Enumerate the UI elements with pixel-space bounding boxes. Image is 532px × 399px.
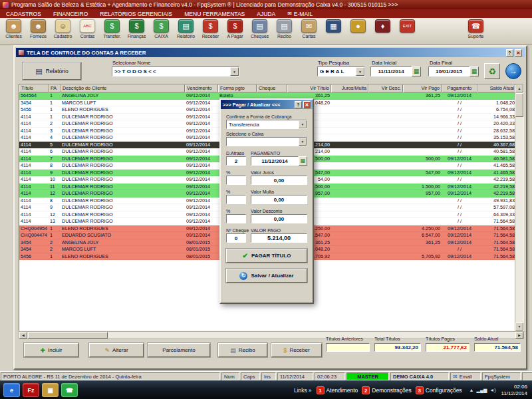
menu-item-cadastros[interactable]: CADASTROS: [0, 9, 47, 18]
data-final-field[interactable]: 10/01/2015: [428, 66, 469, 76]
desconto-percent-field[interactable]: [226, 214, 246, 223]
vertical-scrollbar[interactable]: ▲ ▼: [515, 84, 523, 331]
toolbar-button-clientes[interactable]: ☻Clientes: [3, 19, 24, 39]
toolbar-button-caixa[interactable]: $CAIXA: [151, 19, 172, 39]
valor-desconto-field[interactable]: 0,00: [251, 214, 307, 223]
toolbar-button-cheques[interactable]: ▤Cheques: [249, 19, 270, 39]
toolbar-button-cadastro[interactable]: ☺Cadastro: [53, 19, 73, 39]
tipo-pesquisa-select[interactable]: G E R A L ▼: [317, 66, 365, 76]
volume-icon[interactable]: ◄): [489, 388, 495, 392]
cell-pagamento: / /: [442, 100, 477, 106]
toolbar-button-sair[interactable]: EXIT: [397, 19, 418, 39]
toolbar-button-cartas[interactable]: ✉Cartas: [299, 19, 319, 39]
numero-cheque-field[interactable]: 0: [226, 233, 246, 243]
links-toolbar[interactable]: Links »: [294, 387, 312, 394]
column-header-pagamento[interactable]: Pagamento: [442, 84, 477, 92]
column-header-juros-multa[interactable]: Juros/Multa: [331, 84, 368, 92]
menu-item-relatorios-gerenciais[interactable]: RELATÓRIOS GERENCIAIS: [94, 9, 178, 18]
button-recibo[interactable]: ▤Recibo: [218, 343, 267, 357]
menu-item-financeiro[interactable]: FINANCEIRO: [47, 9, 94, 18]
toolbar-button-contas[interactable]: ABCContas: [77, 19, 98, 39]
relatorio-button[interactable]: ▤ Relatório: [23, 63, 81, 80]
column-header-titulo[interactable]: Título: [19, 84, 49, 92]
column-header-vencimento[interactable]: Vencimento: [185, 84, 218, 92]
search-go-button[interactable]: →: [505, 63, 521, 79]
calendar-icon[interactable]: ▦: [299, 156, 307, 166]
column-header-pa[interactable]: PA: [49, 84, 61, 92]
column-header-descricao-do-cliente[interactable]: Descrição do Cliente: [61, 84, 185, 92]
valor-juros-field[interactable]: 0,00: [251, 176, 307, 185]
chevron-down-icon[interactable]: ▼: [299, 120, 307, 128]
filezilla-app-icon[interactable]: Fz: [23, 383, 39, 397]
forma-cobranca-select[interactable]: Transferencia ▼: [226, 120, 307, 129]
app-title-bar[interactable]: Programa Salão de Beleza & Estética + Ag…: [0, 0, 532, 9]
multa-percent-field[interactable]: [226, 195, 246, 204]
toolbar-button-fornecedores[interactable]: ☻Fornece: [28, 19, 49, 39]
phone-app-icon[interactable]: ☎: [61, 383, 78, 397]
taskbar-shortcut-configuracoes[interactable]: 3Configurações: [414, 386, 464, 394]
browser-app-icon[interactable]: e: [3, 383, 20, 397]
toolbar-button-calculadora[interactable]: ▦: [323, 19, 344, 39]
window-close-button[interactable]: ✕: [515, 49, 522, 57]
button-parcelamento[interactable]: Parcelamento: [148, 343, 210, 357]
menu-item-menu-ferramentas[interactable]: MENU FERRAMENTAS: [178, 9, 251, 18]
chevron-down-icon[interactable]: ▼: [356, 67, 364, 76]
column-header-cheque[interactable]: Cheque: [257, 84, 287, 92]
selecionar-nome-select[interactable]: >> T O D O S < < ▼: [112, 66, 239, 76]
column-header-saldo-atual[interactable]: Saldo Atual: [477, 84, 516, 92]
calendar-icon[interactable]: ▦: [469, 66, 479, 76]
column-header-vlr-pago[interactable]: Vlr Pago: [403, 84, 442, 92]
column-header-vlr-titulo[interactable]: Vlr Título: [287, 84, 331, 92]
network-icon[interactable]: ▂▄▆: [477, 388, 487, 393]
selecione-caixa-select[interactable]: ▼: [226, 137, 307, 146]
toolbar-button-suporte[interactable]: ☎Suporte: [466, 19, 486, 39]
refresh-button[interactable]: ♻: [484, 63, 500, 79]
menu-item-ajuda[interactable]: AJUDA: [251, 9, 281, 18]
scroll-left-icon[interactable]: ◀: [19, 332, 27, 338]
salvar-atualizar-button[interactable]: ↻ Salvar / Atualizar: [226, 269, 307, 283]
pagamento-date-field[interactable]: 11/12/2014: [251, 156, 299, 166]
window-title-bar[interactable]: TELA DE CONTROLE DO CONTAS A RECEBER ? ✕: [16, 48, 525, 57]
toolbar-button-transferencias[interactable]: $Transfer.: [102, 19, 122, 39]
chevron-down-icon[interactable]: ▼: [299, 138, 307, 146]
dialog-help-button[interactable]: ?: [295, 101, 302, 108]
juros-percent-field[interactable]: [226, 176, 246, 185]
toolbar-button-moedas[interactable]: ●: [348, 19, 368, 39]
toolbar-button-financas[interactable]: $Finanças: [126, 19, 147, 39]
toolbar-button-receber[interactable]: $Receber: [200, 19, 221, 39]
valor-multa-field[interactable]: 0,00: [251, 195, 307, 204]
expand-tray-icon[interactable]: ▲: [469, 388, 474, 392]
vertical-scroll-thumb[interactable]: [515, 93, 523, 117]
valor-pago-field[interactable]: 5.214,00: [251, 233, 307, 243]
data-inicial-field[interactable]: 11/11/2014: [370, 66, 412, 76]
toolbar-button-cartoes[interactable]: ♦: [372, 19, 393, 39]
cell-juros-multa: [331, 211, 368, 218]
taskbar-shortcut-atendimento[interactable]: 1Atendimento: [315, 386, 360, 394]
window-help-button[interactable]: ?: [506, 49, 513, 57]
horizontal-scroll-thumb[interactable]: [28, 332, 108, 338]
summary-titulos-anteriores: Títulos Anteriores: [326, 336, 370, 352]
column-header-forma-pgto[interactable]: Forma pgto: [218, 84, 257, 92]
button-receber[interactable]: $Receber: [271, 343, 322, 357]
button-alterar[interactable]: ✎Alterar: [89, 343, 144, 357]
dialog-close-button[interactable]: ✕: [303, 101, 311, 108]
calendar-icon[interactable]: ▦: [412, 66, 421, 76]
toolbar-button-relatorio[interactable]: ▤Relatório: [176, 19, 196, 39]
cell-descricao-do-cliente: DULCEMAR RODRIGO: [61, 198, 185, 204]
chevron-down-icon[interactable]: ▼: [230, 67, 239, 76]
column-header-vlr-desc[interactable]: Vlr Desc.: [368, 84, 403, 92]
cell-saldo-atual: 71.564,58: [477, 232, 516, 239]
scroll-up-icon[interactable]: ▲: [515, 84, 523, 92]
folder-app-icon[interactable]: ▣: [42, 383, 59, 397]
taskbar-clock[interactable]: 02:06 11/12/2014: [501, 384, 527, 397]
dialog-title-bar[interactable]: >>> Pagar / Atualizar <<< ? ✕: [221, 100, 313, 109]
taskbar-shortcut-demonstracoes[interactable]: 2Demonstrações: [360, 386, 414, 394]
button-incluir[interactable]: ✚Incluir: [24, 343, 78, 357]
toolbar-button-a-pagar[interactable]: $A Pagar: [225, 19, 245, 39]
cell-pagamento: 09/12/2014: [442, 239, 477, 246]
pagar-titulo-button[interactable]: ✔ PAGAR TÍTULO: [226, 249, 307, 263]
atraso-field[interactable]: 2: [226, 156, 246, 166]
toolbar-button-recibo[interactable]: ▤Recibo: [274, 19, 295, 39]
menu-item-e-mail[interactable]: ✉E-MAIL: [281, 9, 319, 18]
scroll-down-icon[interactable]: ▼: [515, 323, 523, 331]
